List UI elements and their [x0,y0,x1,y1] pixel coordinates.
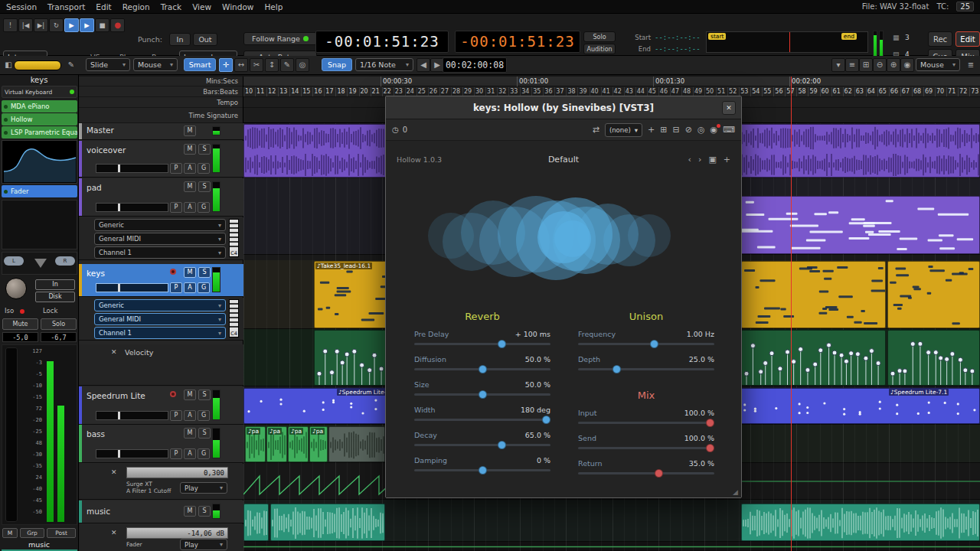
timecode-fps-value[interactable]: 25 [956,2,974,11]
param-slider-send[interactable] [578,443,714,458]
processor-mda-epiano[interactable]: MDA ePiano [2,100,77,112]
midi-region[interactable] [887,261,980,328]
cut-tool[interactable]: ✂ [250,58,263,72]
playhead[interactable] [791,77,792,551]
layers-icon[interactable]: ≡ [845,58,859,72]
range-tool[interactable]: ↔ [234,58,248,72]
bypass-eye-icon[interactable]: ◉ [710,125,718,135]
automation-mode-dropdown[interactable]: Play▾ [180,482,227,494]
audio-region[interactable]: ♪pa [309,426,328,462]
param-slider-width[interactable] [414,415,550,429]
snap-toggle[interactable]: Snap [322,58,352,71]
monitor-input-button[interactable]: In [35,279,75,290]
smart-mode-toggle[interactable]: Smart [184,58,216,71]
ruler-minsec[interactable]: 00:00:3000:01:0000:01:3000:02:00 [243,77,980,86]
slider-knob[interactable] [650,340,658,348]
menu-edit[interactable]: Edit [96,2,111,11]
param-slider-damping[interactable] [414,465,550,480]
menu-track[interactable]: Track [161,2,181,11]
mute-button[interactable]: M [184,267,196,278]
automation-value-slider[interactable]: 0,300 [126,467,228,478]
audition-tool[interactable]: ◎ [296,58,309,72]
record-arm-button[interactable] [170,391,176,397]
preset-prev-icon[interactable]: ‹ [688,155,691,165]
saw-region[interactable] [243,464,386,499]
rec-page-button[interactable]: Rec [928,31,952,47]
mute-button[interactable]: M [184,506,196,517]
mute-button[interactable]: M [184,428,196,439]
slider-knob[interactable] [479,365,487,373]
solo-button[interactable]: S [198,390,211,400]
bank-selector[interactable]: General MIDI▾ [94,313,226,325]
bank-selector[interactable]: General MIDI▾ [94,233,226,245]
automation-button[interactable]: A [184,410,196,421]
track-header-auto-9[interactable]: ✕0,300Surge XTA Filter 1 CutoffPlay▾ [79,464,243,500]
zoom-fit-icon[interactable]: ◉ [900,58,914,72]
punch-in-button[interactable]: In [169,33,191,46]
shuttle-control[interactable]: L R [2,252,77,275]
plugin-window[interactable]: keys: Hollow (by Sinevibes) [VST3] ✕ ◷ 0… [385,96,742,498]
group-button[interactable]: Grp [20,528,44,538]
range-end-value[interactable]: --:--:--:-- [655,45,701,53]
audio-region[interactable] [243,504,269,541]
zoom-out-icon[interactable]: ⊖ [873,58,887,72]
shuttle-right[interactable]: R [55,256,75,266]
automation-value-slider[interactable]: -14,06 dB [126,527,228,539]
play-button[interactable]: ▶ [80,18,94,32]
track-name[interactable]: pad [87,183,102,192]
patch-selector[interactable]: Generic▾ [94,299,226,311]
param-slider-return[interactable] [578,468,714,483]
record-arm-button[interactable] [170,269,176,275]
midi-keyboard-icon[interactable]: ⌨ [723,125,735,135]
velocity-region[interactable] [314,330,387,386]
pencil-icon[interactable]: ✎ [64,58,78,72]
menu-view[interactable]: View [192,2,211,11]
stretch-tool[interactable]: ↕ [265,58,279,72]
virtual-keyboard-row[interactable]: Virtual Keyboard [2,86,77,98]
expand-icon[interactable]: ▣ [708,155,716,165]
group-button[interactable]: G [198,448,210,459]
slider-knob[interactable] [655,469,663,478]
session-end-marker[interactable]: end [841,33,857,40]
mute-button[interactable]: M [184,144,196,155]
preset-next-icon[interactable]: › [698,155,701,165]
automation-button[interactable]: A [184,282,196,293]
zoom-focus-dropdown[interactable]: Mouse▾ [916,58,960,71]
play-selection-button[interactable]: ▶ [64,18,79,32]
solo-button[interactable]: S [198,181,211,192]
resize-handle[interactable]: ◢ [733,488,738,496]
edit-page-button[interactable]: Edit [956,31,980,47]
audio-region[interactable]: ♪pa [266,426,287,462]
save-view-icon[interactable]: ⊞ [859,58,873,72]
track-header-mididd-5[interactable]: Generic▾General MIDI▾Channel 1▾C4 [79,298,243,341]
solo-button[interactable]: S [198,144,211,155]
group-button[interactable]: G [198,410,210,421]
slider-knob[interactable] [498,340,506,348]
track-header-keys-4[interactable]: keysMSPAG [79,264,243,297]
peak-value[interactable]: -6,7 [41,332,77,342]
grab-tool[interactable]: ✛ [219,58,233,72]
menu-session[interactable]: Session [6,2,37,11]
slider-knob[interactable] [706,419,714,427]
playlist-button[interactable]: P [170,410,182,421]
follow-range-toggle[interactable]: Follow Range [243,32,317,45]
secondary-clock[interactable]: -00:01:51:23 [455,31,580,53]
plugin-preset-dropdown[interactable]: (none)▾ [605,123,642,137]
automation-button[interactable]: A [184,163,196,174]
add-preset-button[interactable]: + [648,125,655,135]
slider-knob[interactable] [479,466,487,474]
menu-window[interactable]: Window [222,2,253,11]
editor-menu-icon[interactable]: ≣ [964,58,978,72]
track-name[interactable]: keys [87,269,105,278]
range-start-value[interactable]: --:--:--:-- [655,34,701,41]
latency-icon[interactable]: ◷ [392,126,399,134]
marker-dropdown-icon[interactable]: ▾ [831,58,845,72]
processor-lsp-parametric-equa[interactable]: LSP Parametric Equa [2,126,77,139]
menu-transport[interactable]: Transport [47,2,85,11]
close-lane-button[interactable]: ✕ [111,468,117,476]
channel-selector[interactable]: Channel 1▾ [94,327,226,339]
param-slider-frequency[interactable] [578,339,714,354]
playlist-button[interactable]: P [170,282,182,293]
mute-button[interactable]: M [184,181,196,192]
track-name[interactable]: voiceover [87,145,126,155]
